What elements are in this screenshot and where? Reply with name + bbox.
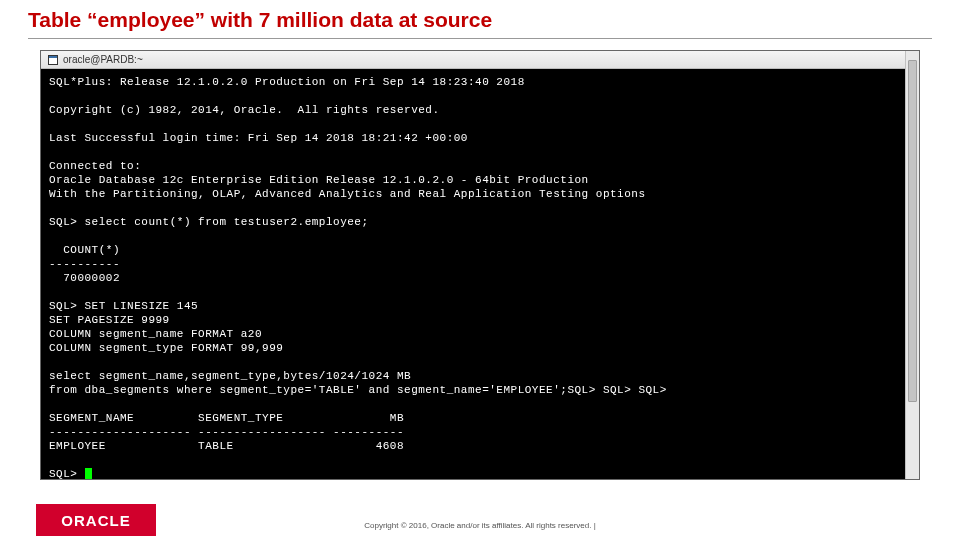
scroll-thumb[interactable]: [908, 60, 917, 402]
slide: Table “employee” with 7 million data at …: [0, 0, 960, 540]
cursor-icon: [85, 468, 92, 479]
terminal-body[interactable]: SQL*Plus: Release 12.1.0.2.0 Production …: [41, 69, 919, 479]
scrollbar[interactable]: [905, 51, 919, 479]
window-title: oracle@PARDB:~: [63, 54, 143, 65]
svg-rect-2: [49, 56, 57, 58]
oracle-logo: ORACLE: [36, 504, 156, 536]
slide-title: Table “employee” with 7 million data at …: [28, 8, 932, 39]
copyright-text: Copyright © 2016, Oracle and/or its affi…: [0, 521, 960, 530]
terminal-window: oracle@PARDB:~ SQL*Plus: Release 12.1.0.…: [40, 50, 920, 480]
footer: ORACLE Copyright © 2016, Oracle and/or i…: [0, 496, 960, 536]
window-titlebar[interactable]: oracle@PARDB:~: [41, 51, 919, 69]
terminal-icon: [47, 54, 59, 66]
